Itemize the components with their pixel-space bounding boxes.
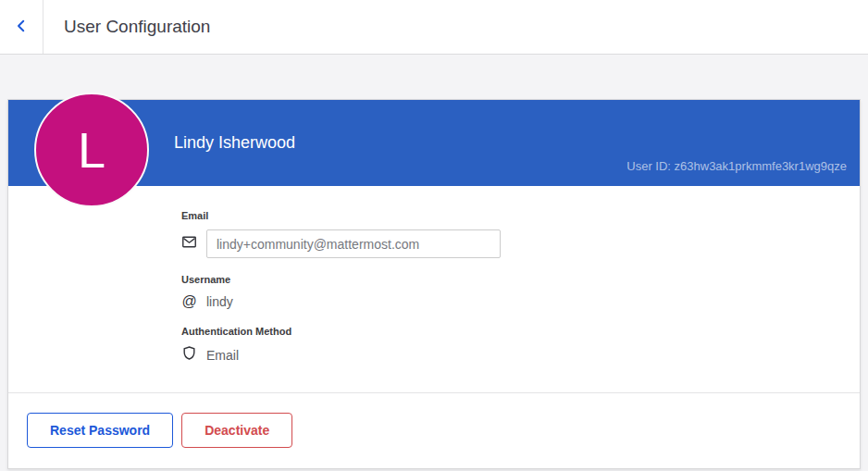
reset-password-button[interactable]: Reset Password: [27, 413, 173, 448]
user-full-name: Lindy Isherwood: [174, 133, 295, 153]
username-label: Username: [181, 274, 860, 285]
auth-method-value: Email: [206, 348, 239, 363]
avatar: L: [34, 93, 149, 207]
email-row: [181, 229, 860, 258]
avatar-initial: L: [78, 121, 105, 179]
shield-icon: [181, 345, 197, 365]
card-footer: Reset Password Deactivate: [8, 392, 860, 468]
user-banner: L Lindy Isherwood User ID: z63hw3ak1prkm…: [8, 100, 860, 186]
user-id: User ID: z63hw3ak1prkmmfe3kr1wg9qze: [626, 159, 847, 173]
email-label: Email: [181, 210, 860, 221]
auth-method-label: Authentication Method: [181, 326, 860, 337]
user-details: Email Username @ lindy Authentication Me…: [8, 186, 860, 392]
page-title: User Configuration: [64, 17, 210, 37]
username-row: @ lindy: [181, 293, 860, 310]
envelope-icon: [181, 234, 197, 254]
back-button[interactable]: [0, 0, 43, 54]
email-input[interactable]: [206, 229, 501, 258]
deactivate-button[interactable]: Deactivate: [181, 413, 292, 448]
at-sign-icon: @: [181, 293, 197, 310]
auth-method-row: Email: [181, 345, 860, 365]
username-value: lindy: [206, 294, 233, 309]
user-configuration-card: L Lindy Isherwood User ID: z63hw3ak1prkm…: [7, 99, 861, 469]
chevron-left-icon: [13, 18, 30, 37]
page-header: User Configuration: [0, 0, 868, 55]
